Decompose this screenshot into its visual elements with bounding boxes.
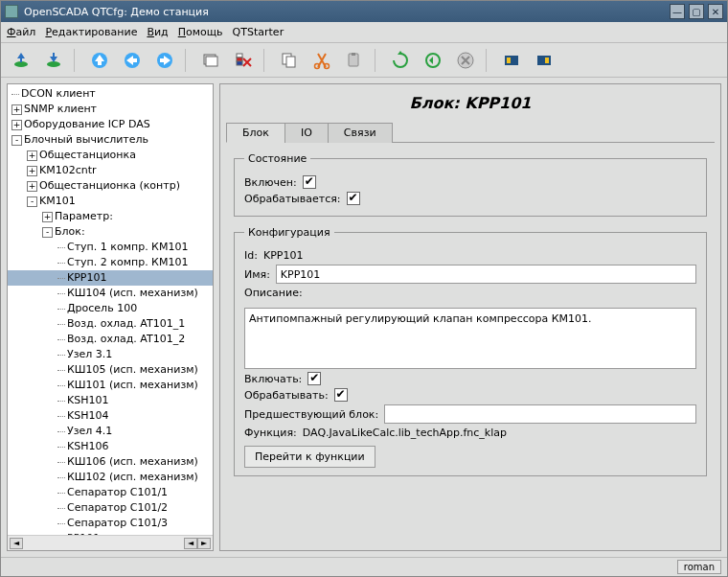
name-label: Имя: — [244, 268, 270, 281]
tree-item[interactable]: Ступ. 2 компр. КМ101 — [8, 255, 213, 270]
expand-icon[interactable]: + — [27, 166, 37, 176]
tree-item[interactable]: +KM102cntr — [8, 163, 213, 178]
status-user: roman — [677, 560, 721, 574]
scroll-right-button[interactable]: ◄ — [184, 538, 197, 549]
tree-item-label: KM102cntr — [39, 164, 97, 176]
name-input[interactable] — [276, 265, 696, 284]
window-title: OpenSCADA QTCfg: Демо станция — [24, 6, 666, 18]
tab-links[interactable]: Связи — [328, 123, 393, 143]
detail-pane: Блок: KPP101 Блок IO Связи Состояние Вкл… — [219, 83, 721, 551]
tree-item-label: Дросель 100 — [67, 302, 137, 314]
tree-item[interactable]: KSH101 — [8, 393, 213, 408]
expand-icon[interactable]: + — [11, 120, 22, 130]
tree-item[interactable]: КШ106 (исп. механизм) — [8, 454, 213, 470]
processing-checkbox[interactable] — [347, 192, 360, 205]
tree-item[interactable]: Сепаратор С101/1 — [8, 485, 213, 500]
expand-icon[interactable]: - — [42, 227, 53, 238]
id-value: KPP101 — [263, 249, 303, 262]
tree-item[interactable]: -Блок: — [8, 224, 213, 240]
menu-help[interactable]: Помощь — [178, 26, 223, 38]
tree-item[interactable]: КШ104 (исп. механизм) — [8, 286, 213, 301]
tree-item[interactable]: +Оборудование ICP DAS — [8, 117, 213, 132]
tree-item[interactable]: Сепаратор С101/2 — [8, 500, 213, 516]
cut-button[interactable] — [307, 46, 336, 75]
tree-item-label: КШ101 (исп. механизм) — [67, 379, 198, 391]
copy-button[interactable] — [275, 46, 304, 75]
minimize-button[interactable]: — — [670, 4, 685, 19]
tree-item[interactable]: KPP101 — [8, 270, 213, 286]
tab-block[interactable]: Блок — [226, 123, 285, 143]
tree-item[interactable]: +Общестанционка — [8, 148, 213, 163]
menu-edit[interactable]: Редактирование — [45, 26, 137, 38]
add-item-button[interactable] — [196, 46, 225, 75]
tree-item[interactable]: Дросель 100 — [8, 301, 213, 316]
app-window: OpenSCADA QTCfg: Демо станция — ▢ ✕ Файл… — [0, 0, 728, 577]
menu-view[interactable]: Вид — [147, 26, 168, 38]
tree-hscrollbar[interactable]: ◄ ◄ ► — [8, 535, 213, 550]
enabled-checkbox[interactable] — [303, 175, 316, 189]
tree-item[interactable]: KSH106 — [8, 439, 213, 454]
del-item-button[interactable] — [229, 46, 258, 75]
config-fieldset: Конфигурация Id: KPP101 Имя: Описание: — [234, 226, 707, 476]
cycle-button[interactable] — [419, 46, 447, 75]
menu-qtstarter[interactable]: QTStarter — [233, 26, 284, 38]
nav-up-button[interactable] — [85, 46, 114, 75]
state-legend: Состояние — [244, 152, 310, 165]
tree-item[interactable]: -KM101 — [8, 194, 213, 209]
tree-item-label: Блок: — [55, 225, 85, 238]
id-label: Id: — [244, 249, 258, 262]
svg-rect-15 — [352, 53, 355, 56]
goto-func-button[interactable]: Перейти к функции — [244, 446, 375, 468]
expand-icon[interactable]: + — [11, 104, 22, 115]
tree-item[interactable]: DCON клиент — [8, 86, 213, 102]
tree-item[interactable]: Возд. охлад. AT101_1 — [8, 316, 213, 332]
db-load-button[interactable] — [7, 46, 35, 75]
svg-rect-8 — [237, 58, 242, 61]
tree-item[interactable]: КШ105 (исп. механизм) — [8, 362, 213, 378]
tree-item[interactable]: KSH104 — [8, 408, 213, 424]
tree-item-label: Ступ. 2 компр. КМ101 — [67, 256, 188, 268]
expand-icon[interactable]: + — [27, 150, 37, 161]
module1-button[interactable] — [497, 46, 526, 75]
tree-item[interactable]: Сепаратор С101/3 — [8, 516, 213, 531]
refresh-button[interactable] — [386, 46, 415, 75]
nav-fwd-button[interactable] — [150, 46, 179, 75]
module2-button[interactable] — [530, 46, 558, 75]
statusbar: roman — [1, 557, 727, 576]
menu-file[interactable]: Файл — [7, 26, 35, 38]
tree-item[interactable]: Возд. охлад. AT101_2 — [8, 332, 213, 347]
tree-item[interactable]: -Блочный вычислитель — [8, 132, 213, 148]
scroll-left-button[interactable]: ◄ — [10, 538, 23, 549]
tree-item-label: KSH101 — [67, 394, 108, 406]
maximize-button[interactable]: ▢ — [689, 4, 704, 19]
scroll-right2-button[interactable]: ► — [197, 538, 211, 549]
svg-rect-9 — [237, 61, 242, 65]
stop-button[interactable] — [451, 46, 480, 75]
expand-icon[interactable]: - — [27, 196, 37, 207]
close-button[interactable]: ✕ — [708, 4, 723, 19]
app-icon — [5, 5, 18, 18]
nav-back-button[interactable] — [118, 46, 147, 75]
tree-item[interactable]: Узел 4.1 — [8, 424, 213, 439]
tree-item[interactable]: Ступ. 1 компр. КМ101 — [8, 240, 213, 255]
expand-icon[interactable]: + — [42, 212, 53, 222]
tree-item[interactable]: +Общестанционка (контр) — [8, 178, 213, 194]
func-label: Функция: — [244, 427, 297, 439]
enable-cfg-checkbox[interactable] — [307, 372, 321, 385]
tree-item-label: Блочный вычислитель — [24, 133, 148, 146]
tree-item[interactable]: Узел 3.1 — [8, 347, 213, 362]
tree-item[interactable]: КШ101 (исп. механизм) — [8, 378, 213, 393]
prevblock-input[interactable] — [384, 404, 696, 424]
tree-item-label: КШ102 (исп. механизм) — [67, 471, 198, 483]
db-save-button[interactable] — [39, 46, 68, 75]
process-cfg-checkbox[interactable] — [334, 388, 348, 402]
tree-item[interactable]: +Параметр: — [8, 209, 213, 224]
tab-io[interactable]: IO — [284, 123, 329, 143]
desc-textarea[interactable] — [244, 308, 696, 369]
tree-item[interactable]: КШ102 (исп. механизм) — [8, 470, 213, 485]
paste-button[interactable] — [340, 46, 369, 75]
tree-view[interactable]: DCON клиент+SNMP клиент+Оборудование ICP… — [8, 84, 213, 535]
expand-icon[interactable]: - — [11, 135, 22, 146]
expand-icon[interactable]: + — [27, 181, 37, 192]
tree-item[interactable]: +SNMP клиент — [8, 102, 213, 117]
